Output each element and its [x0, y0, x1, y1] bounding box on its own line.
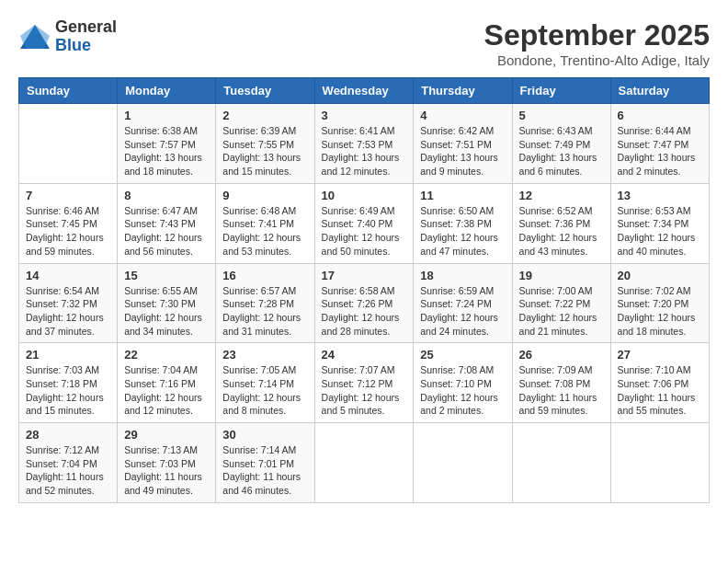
day-number: 14 — [26, 269, 110, 282]
day-number: 28 — [26, 428, 110, 442]
cell-content: Sunrise: 7:00 AMSunset: 7:22 PMDaylight:… — [519, 284, 604, 339]
week-row-1: 1Sunrise: 6:38 AMSunset: 7:57 PMDaylight… — [19, 104, 710, 184]
day-number: 15 — [124, 269, 209, 282]
week-row-3: 14Sunrise: 6:54 AMSunset: 7:32 PMDayligh… — [19, 263, 710, 343]
calendar-cell: 10Sunrise: 6:49 AMSunset: 7:40 PMDayligh… — [314, 183, 414, 263]
calendar-cell: 22Sunrise: 7:04 AMSunset: 7:16 PMDayligh… — [118, 343, 216, 423]
day-number: 9 — [222, 189, 307, 202]
cell-content: Sunrise: 6:59 AMSunset: 7:24 PMDaylight:… — [420, 284, 505, 339]
calendar-cell: 9Sunrise: 6:48 AMSunset: 7:41 PMDaylight… — [216, 183, 314, 263]
cell-content: Sunrise: 6:58 AMSunset: 7:26 PMDaylight:… — [322, 284, 407, 339]
logo-icon — [18, 23, 51, 51]
calendar-cell: 14Sunrise: 6:54 AMSunset: 7:32 PMDayligh… — [19, 263, 118, 343]
svg-marker-1 — [20, 25, 50, 49]
cell-content: Sunrise: 7:12 AMSunset: 7:04 PMDaylight:… — [26, 443, 110, 498]
cell-content: Sunrise: 6:46 AMSunset: 7:45 PMDaylight:… — [26, 204, 110, 259]
day-number: 11 — [420, 189, 505, 202]
calendar-cell: 1Sunrise: 6:38 AMSunset: 7:57 PMDaylight… — [118, 104, 216, 184]
calendar-cell: 17Sunrise: 6:58 AMSunset: 7:26 PMDayligh… — [314, 263, 414, 343]
day-number: 19 — [519, 269, 604, 282]
day-number: 7 — [26, 189, 110, 202]
cell-content: Sunrise: 7:13 AMSunset: 7:03 PMDaylight:… — [124, 443, 209, 498]
calendar-cell: 29Sunrise: 7:13 AMSunset: 7:03 PMDayligh… — [118, 423, 216, 503]
cell-content: Sunrise: 7:14 AMSunset: 7:01 PMDaylight:… — [222, 443, 307, 498]
weekday-header-friday: Friday — [512, 78, 610, 104]
cell-content: Sunrise: 6:50 AMSunset: 7:38 PMDaylight:… — [420, 204, 505, 259]
calendar-cell: 27Sunrise: 7:10 AMSunset: 7:06 PMDayligh… — [610, 343, 709, 423]
calendar-table: SundayMondayTuesdayWednesdayThursdayFrid… — [18, 77, 710, 503]
cell-content: Sunrise: 6:53 AMSunset: 7:34 PMDaylight:… — [618, 204, 702, 259]
calendar-cell: 18Sunrise: 6:59 AMSunset: 7:24 PMDayligh… — [414, 263, 512, 343]
cell-content: Sunrise: 6:48 AMSunset: 7:41 PMDaylight:… — [222, 204, 307, 259]
calendar-cell: 16Sunrise: 6:57 AMSunset: 7:28 PMDayligh… — [216, 263, 314, 343]
calendar-cell: 23Sunrise: 7:05 AMSunset: 7:14 PMDayligh… — [216, 343, 314, 423]
logo: General Blue — [18, 18, 117, 55]
cell-content: Sunrise: 7:03 AMSunset: 7:18 PMDaylight:… — [26, 363, 110, 418]
location: Bondone, Trentino-Alto Adige, Italy — [484, 52, 710, 68]
calendar-cell — [19, 104, 118, 184]
calendar-cell — [610, 423, 709, 503]
day-number: 8 — [124, 189, 209, 202]
day-number: 6 — [618, 109, 702, 122]
calendar-cell: 4Sunrise: 6:42 AMSunset: 7:51 PMDaylight… — [414, 104, 512, 184]
day-number: 23 — [222, 348, 307, 362]
cell-content: Sunrise: 7:04 AMSunset: 7:16 PMDaylight:… — [124, 363, 209, 418]
page-header: General Blue September 2025 Bondone, Tre… — [18, 18, 710, 68]
cell-content: Sunrise: 7:02 AMSunset: 7:20 PMDaylight:… — [618, 284, 702, 339]
week-row-2: 7Sunrise: 6:46 AMSunset: 7:45 PMDaylight… — [19, 183, 710, 263]
calendar-cell: 11Sunrise: 6:50 AMSunset: 7:38 PMDayligh… — [414, 183, 512, 263]
cell-content: Sunrise: 6:52 AMSunset: 7:36 PMDaylight:… — [519, 204, 604, 259]
calendar-cell: 30Sunrise: 7:14 AMSunset: 7:01 PMDayligh… — [216, 423, 314, 503]
calendar-cell: 8Sunrise: 6:47 AMSunset: 7:43 PMDaylight… — [118, 183, 216, 263]
calendar-cell — [314, 423, 414, 503]
cell-content: Sunrise: 6:49 AMSunset: 7:40 PMDaylight:… — [322, 204, 407, 259]
title-block: September 2025 Bondone, Trentino-Alto Ad… — [484, 18, 710, 68]
day-number: 25 — [420, 348, 505, 362]
cell-content: Sunrise: 7:08 AMSunset: 7:10 PMDaylight:… — [420, 363, 505, 418]
month-title: September 2025 — [484, 18, 710, 52]
cell-content: Sunrise: 7:09 AMSunset: 7:08 PMDaylight:… — [519, 363, 604, 418]
day-number: 30 — [222, 428, 307, 442]
day-number: 22 — [124, 348, 209, 362]
cell-content: Sunrise: 6:38 AMSunset: 7:57 PMDaylight:… — [124, 124, 209, 178]
day-number: 21 — [26, 348, 110, 362]
calendar-cell: 6Sunrise: 6:44 AMSunset: 7:47 PMDaylight… — [610, 104, 709, 184]
cell-content: Sunrise: 6:47 AMSunset: 7:43 PMDaylight:… — [124, 204, 209, 259]
cell-content: Sunrise: 7:05 AMSunset: 7:14 PMDaylight:… — [222, 363, 307, 418]
weekday-header-sunday: Sunday — [19, 78, 118, 104]
cell-content: Sunrise: 6:43 AMSunset: 7:49 PMDaylight:… — [519, 124, 604, 178]
calendar-cell: 15Sunrise: 6:55 AMSunset: 7:30 PMDayligh… — [118, 263, 216, 343]
cell-content: Sunrise: 6:42 AMSunset: 7:51 PMDaylight:… — [420, 124, 505, 178]
calendar-cell: 13Sunrise: 6:53 AMSunset: 7:34 PMDayligh… — [610, 183, 709, 263]
day-number: 29 — [124, 428, 209, 442]
calendar-cell: 26Sunrise: 7:09 AMSunset: 7:08 PMDayligh… — [512, 343, 610, 423]
weekday-header-wednesday: Wednesday — [314, 78, 414, 104]
day-number: 2 — [222, 109, 307, 122]
weekday-header-monday: Monday — [118, 78, 216, 104]
calendar-cell: 12Sunrise: 6:52 AMSunset: 7:36 PMDayligh… — [512, 183, 610, 263]
day-number: 20 — [618, 269, 702, 282]
day-number: 3 — [322, 109, 407, 122]
day-number: 5 — [519, 109, 604, 122]
weekday-header-saturday: Saturday — [610, 78, 709, 104]
weekday-header-thursday: Thursday — [414, 78, 512, 104]
day-number: 4 — [420, 109, 505, 122]
logo-text: General Blue — [55, 18, 117, 55]
calendar-cell: 20Sunrise: 7:02 AMSunset: 7:20 PMDayligh… — [610, 263, 709, 343]
calendar-cell: 7Sunrise: 6:46 AMSunset: 7:45 PMDaylight… — [19, 183, 118, 263]
day-number: 12 — [519, 189, 604, 202]
week-row-5: 28Sunrise: 7:12 AMSunset: 7:04 PMDayligh… — [19, 423, 710, 503]
day-number: 10 — [322, 189, 407, 202]
day-number: 24 — [322, 348, 407, 362]
weekday-header-row: SundayMondayTuesdayWednesdayThursdayFrid… — [19, 78, 710, 104]
cell-content: Sunrise: 6:41 AMSunset: 7:53 PMDaylight:… — [322, 124, 407, 178]
day-number: 18 — [420, 269, 505, 282]
day-number: 16 — [222, 269, 307, 282]
day-number: 27 — [618, 348, 702, 362]
calendar-cell: 3Sunrise: 6:41 AMSunset: 7:53 PMDaylight… — [314, 104, 414, 184]
calendar-cell: 28Sunrise: 7:12 AMSunset: 7:04 PMDayligh… — [19, 423, 118, 503]
cell-content: Sunrise: 6:55 AMSunset: 7:30 PMDaylight:… — [124, 284, 209, 339]
calendar-cell: 25Sunrise: 7:08 AMSunset: 7:10 PMDayligh… — [414, 343, 512, 423]
calendar-cell: 2Sunrise: 6:39 AMSunset: 7:55 PMDaylight… — [216, 104, 314, 184]
cell-content: Sunrise: 7:07 AMSunset: 7:12 PMDaylight:… — [322, 363, 407, 418]
